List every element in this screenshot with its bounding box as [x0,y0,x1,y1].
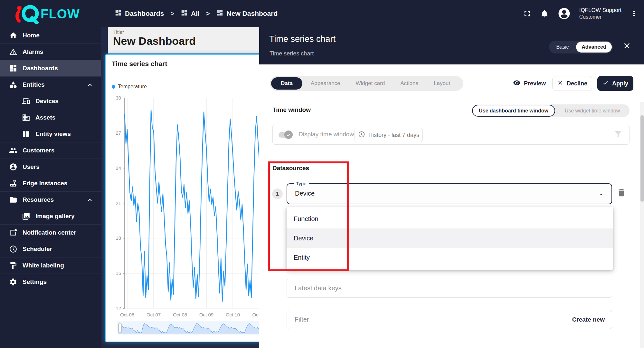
mode-basic[interactable]: Basic [549,44,576,50]
time-series-widget-card[interactable]: Time series chart Temperature 3027242118… [105,54,259,342]
apply-label: Apply [612,80,628,87]
tab-actions[interactable]: Actions [393,76,426,91]
tab-layout[interactable]: Layout [426,76,458,91]
entities-icon [8,81,18,89]
breadcrumb: Dashboards>All>New Dashboard [115,0,278,27]
fullscreen-icon[interactable] [523,9,532,18]
decline-button[interactable]: Decline [552,76,592,91]
dashboards-grid-icon [216,9,223,18]
sidebar-item-resources[interactable]: Resources [0,191,101,208]
eye-icon [513,79,521,88]
sidebar-item-dashboards[interactable]: Dashboards [0,60,101,76]
sidebar-item-assets[interactable]: Assets [0,109,101,126]
breadcrumb-label: Dashboards [125,10,164,17]
dashboards-icon [8,64,18,72]
svg-text:Oct 08: Oct 08 [173,312,187,317]
breadcrumb-item-all[interactable]: All [181,9,200,18]
clock-icon [8,245,18,253]
chart-navigator[interactable] [118,321,259,334]
dropdown-option-entity[interactable]: Entity [287,248,613,267]
close-icon[interactable] [622,41,631,52]
sidebar-item-settings[interactable]: Settings [0,274,101,290]
sidebar-item-customers[interactable]: Customers [0,142,101,159]
breadcrumb-separator: > [170,10,174,17]
chevron-up-icon[interactable] [86,196,94,206]
latest-data-keys-field[interactable]: Latest data keys [287,279,612,298]
panel-scrollbar-thumb[interactable] [640,115,644,202]
app-root: FLOW Dashboards>All>New Dashboard IQFLOW… [0,0,644,348]
tab-widget-card[interactable]: Widget card [348,76,393,91]
sidebar-item-label: White labeling [23,262,64,269]
user-block: IQFLOW Support Customer [579,7,621,20]
mode-advanced[interactable]: Advanced [576,42,612,53]
preview-label: Preview [524,80,546,87]
legend-label: Temperature [118,84,147,90]
breadcrumb-label: All [191,10,200,17]
sidebar-item-users[interactable]: Users [0,159,101,175]
basic-advanced-toggle[interactable]: Basic Advanced [549,41,613,53]
folder-icon [8,196,18,204]
svg-text:Oct 07: Oct 07 [147,312,161,317]
paint-icon [8,261,18,270]
svg-text:30: 30 [116,95,121,101]
settings-tabs: DataAppearanceWidget cardActionsLayout [270,76,463,91]
panel-scrollbar[interactable] [640,102,644,348]
use-dashboard-time-window-button[interactable]: Use dashboard time window [472,105,555,117]
navigator-left-handle[interactable] [118,323,122,332]
breadcrumb-item-new-dashboard[interactable]: New Dashboard [216,9,278,18]
filter-placeholder: Filter [295,316,572,323]
sidebar-item-label: Entities [23,81,45,88]
sidebar-item-home[interactable]: Home [0,27,101,44]
sidebar-item-white-labeling[interactable]: White labeling [0,257,101,274]
svg-text:21: 21 [116,200,121,206]
funnel-icon[interactable] [613,130,623,140]
sidebar-item-label: Settings [23,278,47,285]
dashboards-grid-icon [115,9,122,18]
display-time-window-switch[interactable] [279,132,291,138]
type-select-label: Type [294,181,309,186]
svg-text:Oct 10: Oct 10 [226,312,240,317]
sidebar-item-edge-instances[interactable]: Edge instances [0,175,101,191]
breadcrumb-item-dashboards[interactable]: Dashboards [115,9,164,18]
sidebar-item-entities[interactable]: Entities [0,76,101,93]
gallery-icon [21,212,31,220]
iqflow-logo: FLOW [14,4,94,24]
time-series-chart-svg: 30272421181512Oct 06Oct 07Oct 08Oct 09Oc… [106,93,259,324]
switch-thumb [284,130,293,139]
tab-data[interactable]: Data [271,77,302,90]
preview-button[interactable]: Preview [513,76,546,91]
decline-label: Decline [567,80,587,87]
sidebar-item-image-gallery[interactable]: Image gallery [0,208,101,224]
caret-down-icon [597,190,605,199]
time-window-heading: Time window [272,106,311,113]
bell-icon[interactable] [540,9,549,18]
more-vert-icon[interactable] [630,9,638,18]
chevron-up-icon[interactable] [86,81,94,91]
topbar: FLOW Dashboards>All>New Dashboard IQFLOW… [0,0,644,27]
sidebar-item-devices[interactable]: Devices [0,93,101,109]
sidebar-item-notification-center[interactable]: Notification center [0,224,101,241]
topbar-actions: IQFLOW Support Customer [523,0,638,27]
chart-legend[interactable]: Temperature [112,84,147,90]
filter-field[interactable]: Filter Create new [287,310,612,329]
dropdown-option-function[interactable]: Function [287,209,613,228]
sidebar-item-label: Assets [35,114,55,121]
dashboard-title-input[interactable]: New Dashboard [113,35,196,47]
sidebar-item-alarms[interactable]: Alarms [0,44,101,60]
sidebar-item-entity-views[interactable]: Entity views [0,126,101,142]
datasources-heading: Datasources [272,165,309,172]
dropdown-option-device[interactable]: Device [287,228,613,248]
trash-icon[interactable] [617,188,626,199]
sidebar-item-label: Scheduler [23,246,52,253]
devices-icon [21,97,31,105]
use-widget-time-window-button[interactable]: Use widget time window [555,108,630,114]
time-series-chart: 30272421181512Oct 06Oct 07Oct 08Oct 09Oc… [106,93,259,324]
avatar[interactable] [557,7,571,20]
apply-button[interactable]: Apply [597,76,633,91]
sidebar-item-scheduler[interactable]: Scheduler [0,241,101,257]
create-new-link[interactable]: Create new [572,316,605,323]
sidebar-item-label: Customers [23,147,54,154]
tab-appearance[interactable]: Appearance [303,76,348,91]
datasource-type-select[interactable]: Type Device [287,183,612,204]
history-time-window-button[interactable]: History - last 7 days [355,128,423,142]
